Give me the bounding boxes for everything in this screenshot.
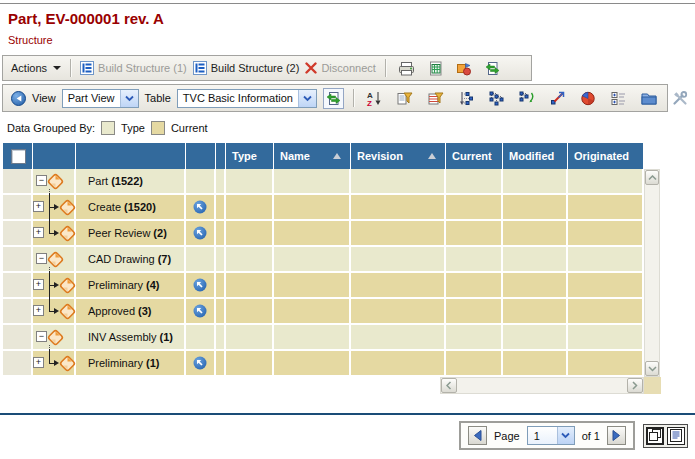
previous-page-button[interactable] <box>468 426 487 445</box>
row-select-cell[interactable] <box>3 169 33 193</box>
expand-to-level-icon[interactable] <box>516 90 538 107</box>
promote-icon[interactable] <box>193 226 207 240</box>
data-cell <box>274 273 351 297</box>
promote-cell <box>186 325 216 349</box>
column-header-current[interactable]: Current <box>446 143 503 169</box>
filter-columns-icon[interactable] <box>394 90 416 107</box>
sort-az-icon[interactable]: AZ <box>363 90 385 107</box>
tree-cell: + <box>33 195 76 219</box>
chevron-down-icon[interactable] <box>557 427 574 444</box>
tree-cell: − <box>33 169 76 193</box>
build-structure-1-button[interactable]: Build Structure (1) <box>80 61 187 75</box>
preferences-icon[interactable] <box>669 90 691 107</box>
expand-collapse-icon[interactable] <box>608 90 629 107</box>
details-view-button[interactable] <box>667 427 685 445</box>
actions-menu-button[interactable]: Actions <box>11 62 61 74</box>
type-color-swatch <box>101 121 115 135</box>
table-select[interactable]: TVC Basic Information <box>177 89 317 108</box>
folder-icon[interactable] <box>638 90 660 106</box>
remove-level-icon[interactable] <box>547 90 568 107</box>
print-icon[interactable] <box>395 60 418 77</box>
type-icon <box>46 328 65 349</box>
back-icon[interactable] <box>11 91 26 106</box>
data-cell <box>568 325 644 349</box>
expand-toggle[interactable]: + <box>33 201 44 212</box>
data-cell <box>503 221 568 245</box>
disconnect-button[interactable]: Disconnect <box>305 62 375 74</box>
visualize-icon[interactable] <box>453 60 475 77</box>
column-header-name[interactable]: Name <box>274 143 351 169</box>
maximize-table-button[interactable] <box>646 427 664 445</box>
data-cell <box>216 351 226 375</box>
row-label: Preliminary(4) <box>76 273 186 297</box>
data-cell <box>226 221 274 245</box>
row-select-cell[interactable] <box>3 325 33 349</box>
top-divider <box>0 3 695 4</box>
expand-all-levels-icon[interactable] <box>486 90 507 107</box>
data-cell <box>503 325 568 349</box>
next-page-button[interactable] <box>607 426 626 445</box>
filter-rows-icon[interactable] <box>425 90 447 107</box>
page-count-label: of 1 <box>582 430 600 442</box>
column-header-type[interactable]: Type <box>226 143 274 169</box>
scroll-down-button[interactable] <box>645 361 659 376</box>
vertical-scrollbar[interactable] <box>644 169 660 377</box>
data-cell <box>216 273 226 297</box>
expand-toggle[interactable]: + <box>33 357 44 368</box>
type-icon <box>58 276 77 297</box>
data-cell <box>503 195 568 219</box>
chart-icon[interactable] <box>577 90 599 107</box>
column-header-empty <box>186 143 216 169</box>
scrollbar-corner <box>644 377 661 394</box>
row-select-cell[interactable] <box>3 273 33 297</box>
expand-one-level-icon[interactable] <box>456 90 477 107</box>
scroll-up-button[interactable] <box>645 170 659 185</box>
select-all-checkbox[interactable] <box>11 149 26 164</box>
row-select-cell[interactable] <box>3 247 33 271</box>
build-structure-2-button[interactable]: Build Structure (2) <box>193 61 300 75</box>
promote-cell <box>186 169 216 193</box>
vertical-scroll-track[interactable] <box>645 185 659 361</box>
table-label: Table <box>145 92 171 104</box>
data-cell <box>351 299 446 323</box>
view-select[interactable]: Part View <box>62 89 139 108</box>
data-cell <box>216 299 226 323</box>
row-select-cell[interactable] <box>3 221 33 245</box>
export-excel-icon[interactable] <box>425 60 446 77</box>
chevron-down-icon[interactable] <box>120 90 138 107</box>
horizontal-scroll-track[interactable] <box>457 378 627 393</box>
type-icon <box>58 224 77 245</box>
horizontal-scrollbar[interactable] <box>440 377 644 394</box>
chevron-down-icon[interactable] <box>298 90 316 107</box>
expand-toggle[interactable]: + <box>33 227 44 238</box>
column-header-originated[interactable]: Originated <box>568 143 644 169</box>
sort-ascending-icon <box>428 153 436 159</box>
page-select[interactable]: 1 <box>527 426 575 445</box>
expand-toggle[interactable]: + <box>33 305 44 316</box>
scroll-right-button[interactable] <box>627 378 643 393</box>
column-header-revision[interactable]: Revision <box>351 143 446 169</box>
promote-icon[interactable] <box>193 278 207 292</box>
row-select-cell[interactable] <box>3 351 33 375</box>
column-header-modified[interactable]: Modified <box>503 143 568 169</box>
row-select-cell[interactable] <box>3 195 33 219</box>
row-select-cell[interactable] <box>3 299 33 323</box>
refresh-table-button[interactable] <box>323 88 344 109</box>
data-cell <box>226 325 274 349</box>
promote-cell <box>186 273 216 297</box>
promote-icon[interactable] <box>193 356 207 370</box>
toolbar-divider <box>70 59 71 77</box>
promote-icon[interactable] <box>193 304 207 318</box>
page-subtitle: Structure <box>8 34 53 46</box>
tree-cell: + <box>33 299 76 323</box>
promote-icon[interactable] <box>193 200 207 214</box>
table-row: +Preliminary(4) <box>3 273 661 299</box>
table-row: +Create(1520) <box>3 195 661 221</box>
expand-toggle[interactable]: + <box>33 279 44 290</box>
column-header-label: Type <box>232 150 257 162</box>
data-cell <box>446 221 503 245</box>
scroll-left-button[interactable] <box>441 378 457 393</box>
table-row: −CAD Drawing(7) <box>3 247 661 273</box>
tree-connector <box>49 219 50 233</box>
refresh-export-icon[interactable] <box>482 60 503 77</box>
